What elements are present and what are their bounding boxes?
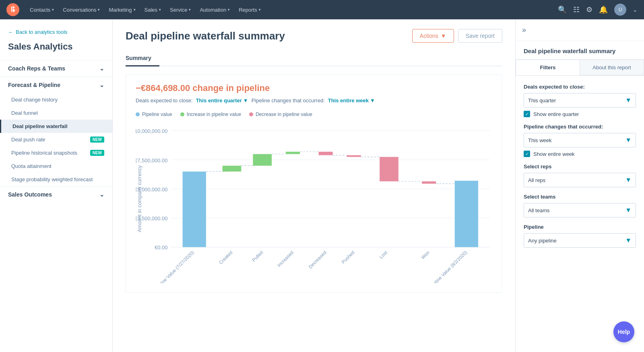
sidebar-item-pipeline-historical-snapshots[interactable]: Pipeline historical snapshotsNEW	[0, 146, 112, 159]
chart-legend: Pipeline value Increase in pipeline valu…	[136, 112, 492, 117]
sidebar-section-sales-outcomes-label: Sales Outcomes	[8, 191, 52, 198]
panel-tab-about[interactable]: About this report	[580, 60, 644, 75]
sidebar-item-deal-pipeline-waterfall[interactable]: Deal pipeline waterfall	[0, 120, 112, 133]
svg-text:€0.00: €0.00	[155, 244, 167, 251]
panel-title: Deal pipeline waterfall summary	[516, 41, 644, 60]
save-report-button[interactable]: Save report	[458, 29, 502, 43]
filter-pipeline-changes-arrow-icon: ▼	[625, 137, 632, 144]
sidebar-section-sales-outcomes-chevron-icon: ⌄	[99, 191, 104, 198]
bar-increased	[286, 152, 300, 154]
nav-item-automation[interactable]: Automation ▾	[196, 5, 234, 14]
sidebar-item-label: Deal push rate	[11, 137, 45, 143]
filter-teams-select[interactable]: All teams ▼	[524, 203, 636, 217]
sidebar-item-deal-push-rate[interactable]: Deal push rateNEW	[0, 133, 112, 146]
filter-show-week-row: ✓ Show entire week	[524, 151, 636, 157]
nav-item-contacts[interactable]: Contacts ▾	[26, 5, 58, 14]
pipeline-changes-dropdown-icon: ▼	[370, 97, 375, 104]
filter-deals-close-select[interactable]: This quarter ▼	[524, 93, 636, 108]
filter-pipeline-changes-select[interactable]: This week ▼	[524, 133, 636, 147]
back-to-analytics-link[interactable]: ← Back to analytics tools	[0, 26, 112, 41]
nav-chevron-icon: ▾	[52, 8, 54, 12]
nav-chevron-icon: ▾	[259, 8, 261, 12]
deals-close-label: Deals expected to close:	[136, 97, 193, 104]
svg-text:Amount in company currency: Amount in company currency	[136, 165, 142, 232]
filter-pipeline-changes-value: This week	[528, 137, 552, 143]
svg-text:Pulled: Pulled	[251, 250, 264, 263]
sidebar-item-quota-attainment[interactable]: Quota attainment	[0, 159, 112, 173]
pipeline-changes-filter-link[interactable]: This entire week ▼	[328, 97, 375, 104]
filter-deals-close-value: This quarter	[528, 97, 556, 104]
sidebar-section-coach-header[interactable]: Coach Reps & Teams ⌄	[0, 60, 112, 77]
filter-pipeline-changes-label: Pipeline changes that occurred:	[524, 124, 636, 130]
sidebar-item-deal-change-history[interactable]: Deal change history	[0, 93, 112, 106]
filter-teams-label: Select teams	[524, 194, 636, 200]
pipeline-changes-filter-value: This entire week	[328, 97, 369, 104]
account-chevron-icon[interactable]: ⌄	[633, 6, 638, 13]
actions-dropdown-icon: ▼	[441, 33, 446, 39]
filter-reps-select[interactable]: All reps ▼	[524, 173, 636, 187]
svg-text:€7,500,000.00: €7,500,000.00	[136, 157, 167, 164]
filter-pipeline-label: Pipeline	[524, 224, 636, 230]
panel-collapse-button[interactable]: »	[522, 26, 526, 34]
show-quarter-checkbox[interactable]: ✓	[524, 111, 530, 117]
filter-reps-arrow-icon: ▼	[625, 176, 632, 184]
svg-text:€10,000,000.00: €10,000,000.00	[136, 128, 167, 134]
panel-body: Deals expected to close: This quarter ▼ …	[516, 76, 644, 256]
nav-items: Contacts ▾Conversations ▾Marketing ▾Sale…	[26, 5, 265, 14]
sidebar-section-forecast-chevron-icon: ⌄	[99, 82, 104, 88]
show-week-checkbox[interactable]: ✓	[524, 151, 530, 157]
sidebar-item-badge-new: NEW	[90, 150, 104, 156]
change-value: −€864,698.00	[136, 83, 190, 93]
settings-icon[interactable]: ⚙	[586, 5, 592, 14]
legend-dot-increase	[180, 112, 184, 116]
top-navigation: Contacts ▾Conversations ▾Marketing ▾Sale…	[0, 0, 644, 19]
panel-tab-filters[interactable]: Filters	[516, 60, 580, 75]
svg-text:Starting Pipeline Value (7/27/: Starting Pipeline Value (7/27/2020)	[140, 250, 195, 284]
svg-text:Won: Won	[420, 250, 430, 260]
nav-item-sales[interactable]: Sales ▾	[140, 5, 165, 14]
notifications-icon[interactable]: 🔔	[599, 5, 608, 14]
nav-chevron-icon: ▾	[228, 8, 230, 12]
waterfall-chart-svg: €10,000,000.00 €7,500,000.00 €5,000,000.…	[136, 124, 492, 283]
sidebar-forecast-items: Deal change historyDeal funnelDeal pipel…	[0, 93, 112, 186]
help-button-label: Help	[618, 329, 630, 335]
sidebar-item-label: Pipeline historical snapshots	[11, 150, 77, 156]
sidebar-item-label: Deal funnel	[11, 110, 38, 116]
filter-pipeline-value: Any pipeline	[528, 238, 557, 244]
help-button[interactable]: Help	[613, 321, 634, 342]
nav-item-conversations[interactable]: Conversations ▾	[59, 5, 104, 14]
search-icon[interactable]: 🔍	[558, 5, 567, 14]
pipeline-changes-label: Pipeline changes that occurred:	[252, 97, 325, 104]
chart-container: −€864,698.00 change in pipeline Deals ex…	[126, 75, 502, 293]
nav-item-reports[interactable]: Reports ▾	[235, 5, 265, 14]
sidebar-item-stage-probability-weighted-forecast[interactable]: Stage probability weighted forecast	[0, 173, 112, 186]
nav-item-service[interactable]: Service ▾	[166, 5, 195, 14]
nav-item-marketing[interactable]: Marketing ▾	[105, 5, 139, 14]
report-title: Deal pipeline waterfall summary	[126, 30, 285, 42]
sidebar-section-coach-label: Coach Reps & Teams	[8, 65, 65, 72]
filter-pipeline-select[interactable]: Any pipeline ▼	[524, 233, 636, 248]
sidebar-item-deal-funnel[interactable]: Deal funnel	[0, 106, 112, 120]
report-actions: Actions ▼ Save report	[412, 29, 502, 43]
marketplace-icon[interactable]: ☷	[573, 5, 580, 14]
chart-filters: Deals expected to close: This entire qua…	[136, 97, 492, 104]
deals-close-dropdown-icon: ▼	[243, 97, 248, 104]
sidebar-section-forecast-header[interactable]: Forecast & Pipeline ⌄	[0, 77, 112, 93]
nav-chevron-icon: ▾	[134, 8, 136, 12]
nav-chevron-icon: ▾	[189, 8, 191, 12]
bar-created	[223, 166, 242, 171]
svg-text:Lost: Lost	[378, 249, 388, 259]
sidebar-item-badge-new: NEW	[90, 137, 104, 143]
deals-close-filter-link[interactable]: This entire quarter ▼	[196, 97, 248, 104]
back-arrow-icon: ←	[8, 29, 13, 35]
svg-text:Decreased: Decreased	[308, 250, 327, 269]
actions-button[interactable]: Actions ▼	[412, 29, 454, 43]
hubspot-logo[interactable]	[6, 3, 19, 16]
legend-decrease: Decrease in pipeline value	[249, 112, 312, 117]
filter-teams-arrow-icon: ▼	[625, 207, 632, 214]
sidebar-item-label: Stage probability weighted forecast	[11, 176, 93, 182]
sidebar-section-sales-outcomes-header[interactable]: Sales Outcomes ⌄	[0, 186, 112, 203]
show-week-label: Show entire week	[533, 151, 575, 157]
user-avatar[interactable]: U	[614, 4, 626, 16]
tab-summary[interactable]: Summary	[126, 51, 159, 66]
